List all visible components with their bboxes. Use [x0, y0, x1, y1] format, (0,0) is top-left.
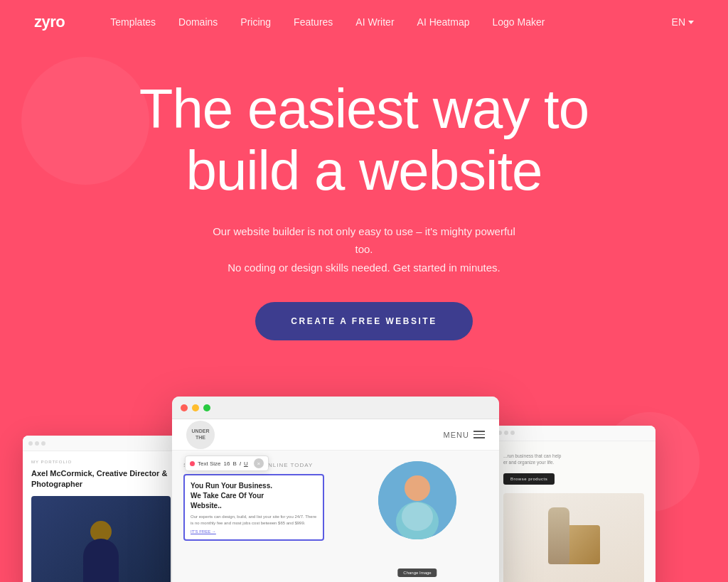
nav-link-ai-writer[interactable]: AI Writer — [344, 0, 405, 44]
side-dot-2 — [35, 441, 39, 446]
side-dot-3 — [41, 441, 46, 446]
main-text-line1: You Run Your Business. — [191, 482, 272, 490]
editor-left-panel: START MAKING MONEY ONLINE TODAY Text Siz… — [172, 451, 336, 582]
hero-content: The easiest way to build a website Our w… — [87, 0, 641, 340]
editor-right-panel: Change Image — [336, 451, 499, 582]
nav-right: EN — [672, 16, 694, 28]
browser-bar — [172, 397, 499, 419]
nav-link-templates[interactable]: Templates — [99, 0, 167, 44]
language-selector[interactable]: EN — [672, 16, 694, 28]
change-image-label: Change Image — [403, 571, 431, 575]
left-mockup: MY PORTFOLIO Axel McCormick, Creative Di… — [23, 436, 179, 582]
toolbar-underline: U — [244, 460, 248, 467]
portfolio-photo — [31, 496, 171, 582]
main-text-line3: Website.. — [191, 502, 222, 510]
editor-link: IT'S FREE → — [191, 529, 317, 534]
menu-label: MENU — [444, 431, 469, 439]
portfolio-name: Axel McCormick, Creative Director & Phot… — [31, 468, 171, 489]
create-website-button[interactable]: CREATE A FREE WEBSITE — [255, 302, 472, 340]
browser-dot-close — [181, 404, 188, 411]
toolbar-textsize-label: Text Size — [198, 460, 220, 467]
center-mockup: UNDER THE MENU START MAKING MONEY ONLINE… — [172, 397, 499, 582]
right-small-text: ...run business that can help er and org… — [503, 453, 644, 467]
nav-link-pricing[interactable]: Pricing — [229, 0, 282, 44]
toolbar-italic: I — [240, 460, 241, 467]
person-svg — [378, 461, 456, 539]
browser-content: UNDER THE MENU START MAKING MONEY ONLINE… — [172, 419, 499, 582]
nav-links: Templates Domains Pricing Features AI Wr… — [99, 0, 671, 44]
person-body — [83, 539, 119, 582]
toolbar-size-val: 16 — [223, 460, 230, 467]
chevron-down-icon — [688, 21, 694, 24]
bottle-shape — [548, 507, 569, 564]
browser-dot-minimize — [192, 404, 199, 411]
svg-point-3 — [402, 502, 433, 531]
hamburger-icon — [473, 431, 485, 438]
hero-title: The easiest way to build a website — [87, 78, 641, 203]
side-dot-r2 — [504, 431, 508, 435]
side-nav-right — [492, 426, 655, 441]
person-circle-image — [378, 461, 456, 539]
right-mockup: ...run business that can help er and org… — [492, 426, 655, 583]
hero-section: The easiest way to build a website Our w… — [0, 0, 728, 582]
nav-link-domains[interactable]: Domains — [167, 0, 229, 44]
toolbar-bold: B — [232, 460, 236, 467]
svg-point-1 — [405, 475, 430, 501]
editor-toolbar: Text Size 16 B I U × — [185, 456, 269, 471]
editor-body: Our experts can design, build, and list … — [191, 514, 317, 527]
nav-link-features[interactable]: Features — [282, 0, 344, 44]
person-figure — [76, 517, 126, 582]
editor-text-block: Text Size 16 B I U × You Run Your Busine… — [183, 474, 324, 541]
navigation: zyro Templates Domains Pricing Features … — [0, 0, 728, 44]
language-label: EN — [672, 16, 685, 28]
bag-shape — [564, 525, 600, 564]
browse-products-button[interactable]: Browse products — [503, 473, 555, 485]
side-dot-r3 — [510, 431, 515, 435]
brand-logo[interactable]: zyro — [34, 13, 65, 31]
browser-dot-maximize — [203, 404, 210, 411]
hero-subtitle-line2: No coding or design skills needed. Get s… — [228, 262, 500, 274]
mockup-area: MY PORTFOLIO Axel McCormick, Creative Di… — [23, 397, 705, 582]
hero-subtitle-line1: Our website builder is not only easy to … — [213, 225, 515, 256]
editor-nav: UNDER THE MENU — [172, 419, 499, 451]
right-content: ...run business that can help er and org… — [492, 441, 655, 583]
editor-menu: MENU — [444, 431, 485, 439]
editor-main-text: You Run Your Business. We Take Care Of Y… — [191, 481, 317, 511]
right-photo — [503, 493, 644, 582]
toolbar-color-dot — [190, 461, 195, 466]
portfolio-tag: MY PORTFOLIO — [31, 460, 171, 464]
side-dot-1 — [28, 441, 33, 446]
editor-page: START MAKING MONEY ONLINE TODAY Text Siz… — [172, 451, 499, 582]
site-logo-text: UNDER THE — [186, 429, 215, 441]
site-logo: UNDER THE — [186, 421, 215, 449]
main-text-line2: We Take Care Of Your — [191, 492, 264, 500]
side-nav-left — [23, 436, 179, 451]
side-content-left: MY PORTFOLIO Axel McCormick, Creative Di… — [23, 451, 179, 582]
nav-link-ai-heatmap[interactable]: AI Heatmap — [406, 0, 481, 44]
change-image-badge: Change Image — [397, 568, 437, 577]
toolbar-close-icon: × — [254, 458, 264, 468]
hero-subtitle: Our website builder is not only easy to … — [208, 222, 520, 277]
nav-link-logo-maker[interactable]: Logo Maker — [481, 0, 557, 44]
